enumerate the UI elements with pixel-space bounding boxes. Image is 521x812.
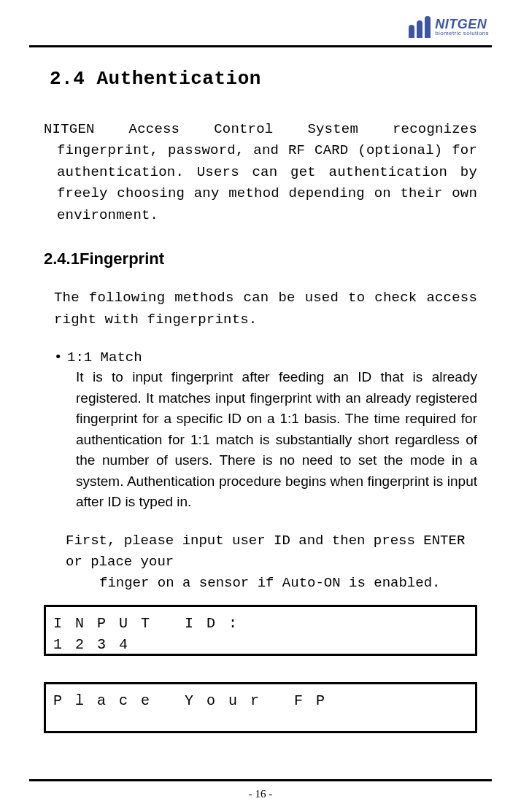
lcd-cell: 3 bbox=[97, 634, 119, 655]
instruction: First, please input user ID and then pre… bbox=[44, 530, 477, 595]
lcd-display-1: INPUTID: 1234 bbox=[44, 605, 477, 656]
lcd-cell bbox=[294, 634, 316, 655]
lcd-cell: 2 bbox=[75, 634, 97, 655]
lcd-cell bbox=[316, 634, 338, 655]
lcd-cell bbox=[294, 613, 316, 634]
lcd-cell: o bbox=[207, 690, 228, 711]
lcd-cell: a bbox=[97, 690, 119, 711]
lcd-cell bbox=[272, 613, 294, 634]
lcd-cell bbox=[338, 690, 360, 711]
lcd-cell: e bbox=[141, 690, 163, 711]
lcd-cell bbox=[163, 690, 185, 711]
lcd-cell: I bbox=[185, 613, 207, 634]
lcd-cell: : bbox=[228, 613, 250, 634]
lcd-cell bbox=[272, 634, 294, 655]
instruction-line2: finger on a sensor if Auto-ON is enabled… bbox=[66, 573, 477, 594]
subsection-intro: The following methods can be used to che… bbox=[44, 287, 477, 330]
section-intro: NITGEN Access Control System recognizes … bbox=[44, 119, 477, 226]
lcd-cell: D bbox=[207, 613, 228, 634]
nitgen-logo: NITGEN biometric solutions bbox=[409, 16, 489, 38]
lcd-cell: N bbox=[75, 613, 97, 634]
logo-brand: NITGEN bbox=[435, 18, 489, 31]
lcd-cell bbox=[360, 634, 382, 655]
lcd-cell bbox=[185, 634, 207, 655]
lcd-cell bbox=[228, 634, 250, 655]
lcd-cell: P bbox=[53, 690, 75, 711]
lcd-cell bbox=[250, 613, 272, 634]
section-heading: 2.4 Authentication bbox=[44, 68, 477, 90]
lcd-cell bbox=[316, 613, 338, 634]
lcd1-row2: 1234 bbox=[53, 634, 468, 655]
lcd-cell bbox=[338, 613, 360, 634]
section-number: 2.4 bbox=[50, 68, 85, 90]
lcd-cell: Y bbox=[185, 690, 207, 711]
page: NITGEN biometric solutions 2.4 Authentic… bbox=[0, 0, 521, 812]
lcd-cell: r bbox=[250, 690, 272, 711]
logo-tagline: biometric solutions bbox=[435, 31, 489, 36]
lcd-cell: 4 bbox=[119, 634, 141, 655]
lcd-cell bbox=[360, 690, 382, 711]
lcd-cell: P bbox=[97, 613, 119, 634]
lcd-cell bbox=[163, 634, 185, 655]
lcd-cell: U bbox=[119, 613, 141, 634]
intro-text: NITGEN Access Control System recognizes … bbox=[44, 119, 477, 226]
instruction-line1: First, please input user ID and then pre… bbox=[66, 530, 477, 573]
lcd-display-2: PlaceYourFP bbox=[44, 682, 477, 733]
lcd1-row1: INPUTID: bbox=[53, 613, 468, 634]
subsection-heading: 2.4.1Fingerprint bbox=[44, 250, 477, 268]
logo-bars-icon bbox=[409, 16, 431, 38]
lcd-cell bbox=[250, 634, 272, 655]
content: 2.4 Authentication NITGEN Access Control… bbox=[29, 47, 492, 733]
lcd-cell: I bbox=[53, 613, 75, 634]
lcd-cell: l bbox=[75, 690, 97, 711]
lcd-cell: P bbox=[316, 690, 338, 711]
footer-divider bbox=[29, 779, 492, 781]
lcd2-row1: PlaceYourFP bbox=[53, 690, 468, 711]
lcd-cell: 1 bbox=[53, 634, 75, 655]
section-title: Authentication bbox=[96, 68, 260, 90]
subsection-number: 2.4.1 bbox=[44, 250, 80, 268]
bullet-head: 1:1 Match bbox=[54, 349, 477, 366]
lcd-cell: u bbox=[228, 690, 250, 711]
lcd-cell: T bbox=[141, 613, 163, 634]
lcd-cell bbox=[207, 634, 228, 655]
lcd-cell bbox=[163, 613, 185, 634]
lcd-cell bbox=[360, 613, 382, 634]
page-number: - 16 - bbox=[0, 788, 521, 800]
bullet-body: It is to input fingerprint after feeding… bbox=[54, 367, 477, 513]
subsection-title: Fingerprint bbox=[80, 250, 164, 268]
bullet-item: 1:1 Match It is to input fingerprint aft… bbox=[44, 349, 477, 513]
lcd-cell: F bbox=[294, 690, 316, 711]
logo-text: NITGEN biometric solutions bbox=[435, 18, 489, 36]
lcd-cell bbox=[272, 690, 294, 711]
header: NITGEN biometric solutions bbox=[29, 10, 492, 44]
lcd-cell bbox=[338, 634, 360, 655]
lcd-cell: c bbox=[119, 690, 141, 711]
lcd-cell bbox=[141, 634, 163, 655]
